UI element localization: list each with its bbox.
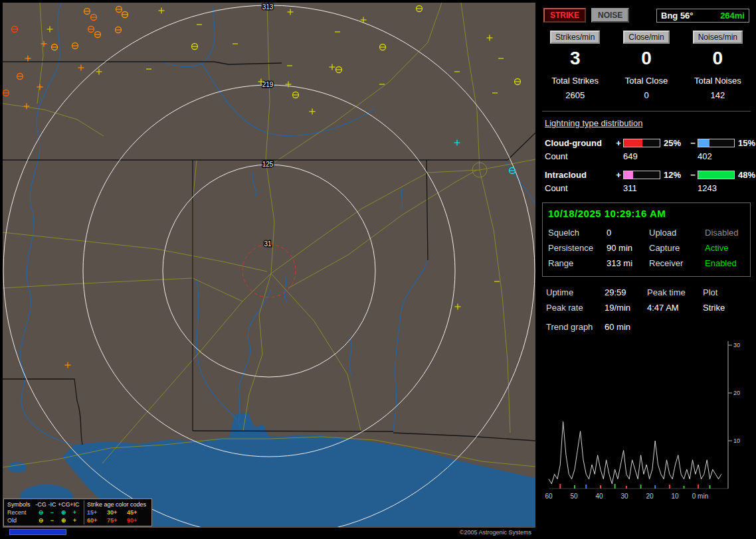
strikes-per-min-button[interactable]: Strikes/min bbox=[550, 31, 600, 44]
close-per-min-button[interactable]: Close/min bbox=[623, 31, 669, 44]
ic-positive-bar bbox=[623, 171, 660, 179]
peak-rate-label: Peak rate bbox=[546, 303, 605, 313]
noises-rate-value: 0 bbox=[682, 48, 753, 69]
legend-type-header: -CG bbox=[35, 501, 47, 508]
separator bbox=[542, 111, 751, 112]
persistence-label: Persistence bbox=[548, 243, 607, 253]
age-code: 45+ bbox=[127, 509, 148, 516]
close-rate-value: 0 bbox=[611, 48, 682, 69]
strikes-rate-value: 3 bbox=[539, 48, 611, 69]
status-grid: Squelch 0 Upload Disabled Persistence 90… bbox=[548, 228, 745, 268]
count-label: Count bbox=[545, 151, 614, 161]
minus-sign: − bbox=[688, 138, 698, 148]
uptime-value: 29:59 bbox=[605, 287, 647, 297]
plus-sign: + bbox=[614, 138, 623, 148]
datetime-readout: 10/18/2025 10:29:16 AM bbox=[548, 208, 745, 219]
legend-age-title: Strike age color codes bbox=[87, 501, 148, 508]
distribution-title: Lightning type distribution bbox=[545, 118, 748, 128]
uptime-label: Uptime bbox=[546, 287, 605, 297]
neg-ic-symbol-icon: − bbox=[47, 517, 58, 524]
neg-cg-symbol-icon: ⊖ bbox=[35, 509, 47, 516]
peak-time-value: 4:47 AM bbox=[647, 303, 703, 313]
peak-rate-value: 19/min bbox=[605, 303, 647, 313]
stats-panel: STRIKE NOISE Bng 56° 264mi Strikes/min C… bbox=[539, 3, 753, 536]
peak-time-label: Peak time bbox=[647, 287, 703, 297]
age-code: 75+ bbox=[107, 517, 127, 524]
session-grid: Uptime 29:59 Peak time Plot Peak rate 19… bbox=[546, 287, 747, 313]
age-code: 15+ bbox=[87, 509, 107, 516]
receiver-label: Receiver bbox=[649, 258, 705, 268]
intracloud-label: Intracloud bbox=[545, 170, 614, 180]
pos-cg-symbol-icon: ⊕ bbox=[58, 517, 69, 524]
plot-value: Strike bbox=[703, 303, 747, 313]
pos-ic-symbol-icon: + bbox=[69, 509, 80, 516]
legend-row-label: Old bbox=[7, 517, 35, 524]
cg-negative-count: 402 bbox=[698, 151, 735, 161]
range-value: 313 mi bbox=[607, 258, 649, 268]
cg-negative-bar bbox=[698, 139, 735, 147]
svg-text:40: 40 bbox=[595, 493, 603, 500]
svg-text:0 min: 0 min bbox=[692, 493, 708, 500]
cloud-ground-label: Cloud-ground bbox=[545, 138, 614, 148]
copyright: ©2005 Astrogenic Systems bbox=[460, 529, 531, 536]
ic-positive-count: 311 bbox=[623, 183, 660, 193]
rate-stats: Strikes/min Close/min Noises/min 3 0 0 T… bbox=[539, 31, 753, 108]
svg-text:10: 10 bbox=[671, 493, 679, 500]
plot-label: Plot bbox=[703, 287, 747, 297]
total-noises-value: 142 bbox=[682, 90, 753, 100]
cg-positive-bar bbox=[623, 139, 660, 147]
cg-positive-pct: 25% bbox=[660, 138, 688, 148]
map-panel: 31321912531 Symbols -CG -IC +CG +IC Stri… bbox=[3, 3, 535, 536]
age-code: 90+ bbox=[127, 517, 148, 524]
intracloud-counts: Count 311 1243 bbox=[545, 181, 748, 194]
svg-text:60: 60 bbox=[545, 493, 553, 500]
neg-ic-symbol-icon: − bbox=[47, 509, 58, 516]
plus-sign: + bbox=[614, 170, 623, 180]
svg-text:31: 31 bbox=[264, 240, 272, 248]
svg-text:50: 50 bbox=[570, 493, 578, 500]
legend-type-header: +CG bbox=[58, 501, 69, 508]
ic-negative-bar bbox=[698, 171, 735, 179]
signal-indicator bbox=[9, 529, 66, 535]
minus-sign: − bbox=[688, 170, 698, 180]
distance-value: 264mi bbox=[720, 11, 745, 21]
legend-type-header: +IC bbox=[69, 501, 80, 508]
cloud-ground-counts: Count 649 402 bbox=[545, 149, 748, 163]
svg-text:20: 20 bbox=[733, 390, 740, 396]
total-close-label: Total Close bbox=[611, 76, 682, 86]
legend-row-label: Recent bbox=[7, 509, 35, 516]
map-canvas[interactable]: 31321912531 bbox=[3, 3, 535, 527]
legend-type-header: -IC bbox=[47, 501, 58, 508]
trend-label-row: Trend graph 60 min bbox=[546, 322, 747, 332]
ic-positive-pct: 12% bbox=[660, 170, 688, 180]
total-strikes-value: 2605 bbox=[539, 90, 611, 100]
svg-text:313: 313 bbox=[262, 3, 274, 11]
ic-negative-pct: 48% bbox=[735, 170, 755, 180]
range-label: Range bbox=[548, 258, 607, 268]
neg-cg-symbol-icon: ⊖ bbox=[35, 517, 47, 524]
cg-positive-count: 649 bbox=[623, 151, 660, 161]
noises-per-min-button[interactable]: Noises/min bbox=[693, 31, 743, 44]
status-box: 10/18/2025 10:29:16 AM Squelch 0 Upload … bbox=[542, 202, 751, 277]
trend-graph-label: Trend graph bbox=[546, 322, 605, 332]
legend-divider bbox=[84, 501, 84, 524]
intracloud-row: Intracloud + 12% − 48% bbox=[545, 168, 748, 181]
legend-symbols-title: Symbols bbox=[7, 501, 35, 508]
svg-text:30: 30 bbox=[620, 493, 628, 500]
persistence-value: 90 min bbox=[607, 243, 649, 253]
squelch-label: Squelch bbox=[548, 228, 607, 238]
upload-value: Disabled bbox=[705, 228, 745, 238]
capture-value: Active bbox=[705, 243, 745, 253]
upload-label: Upload bbox=[649, 228, 705, 238]
status-strip: ©2005 Astrogenic Systems bbox=[3, 528, 535, 536]
strike-button[interactable]: STRIKE bbox=[543, 8, 586, 23]
total-strikes-label: Total Strikes bbox=[539, 76, 611, 86]
capture-label: Capture bbox=[649, 243, 705, 253]
bearing-value: Bng 56° bbox=[661, 11, 694, 21]
panel-header: STRIKE NOISE Bng 56° 264mi bbox=[543, 8, 749, 23]
count-label: Count bbox=[545, 183, 614, 193]
bearing-readout: Bng 56° 264mi bbox=[656, 9, 749, 23]
squelch-value: 0 bbox=[607, 228, 649, 238]
trend-graph: 1020306050403020100 min bbox=[543, 337, 749, 504]
noise-button[interactable]: NOISE bbox=[591, 8, 629, 23]
